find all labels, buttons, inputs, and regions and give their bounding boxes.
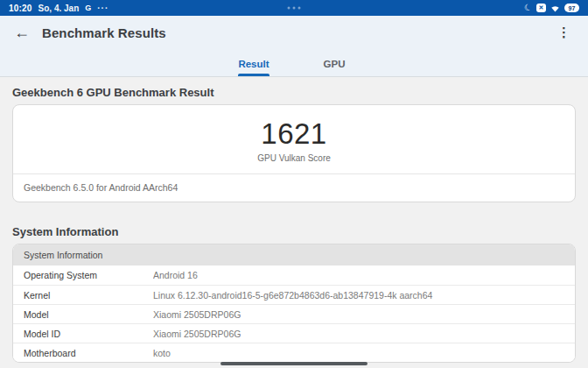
row-label: Kernel: [13, 290, 153, 301]
system-section-heading: System Information: [12, 225, 576, 238]
result-section-heading: Geekbench 6 GPU Benchmark Result: [12, 86, 576, 99]
home-indicator-bar[interactable]: [220, 362, 368, 365]
system-info-table: System Information Operating System Andr…: [12, 244, 576, 363]
app-header: ← Benchmark Results ⋮: [0, 16, 588, 49]
do-not-disturb-icon: ☾: [523, 3, 534, 13]
table-row: Kernel Linux 6.12.30-android16-5-g6e872b…: [13, 285, 575, 304]
score-card: 1621 GPU Vulkan Score Geekbench 6.5.0 fo…: [12, 104, 576, 202]
row-label: Model: [13, 309, 153, 320]
status-badge-icon: ✕: [536, 4, 546, 12]
clock: 10:20: [9, 4, 32, 13]
gpu-score-value: 1621: [13, 117, 575, 151]
wifi-icon: [550, 4, 560, 12]
date: So, 4. Jan: [38, 4, 80, 13]
score-block: 1621 GPU Vulkan Score: [13, 105, 575, 173]
benchmark-version-text: Geekbench 6.5.0 for Android AArch64: [13, 174, 575, 202]
back-arrow-icon[interactable]: ←: [14, 25, 30, 40]
tab-gpu[interactable]: GPU: [294, 49, 374, 76]
google-notification-icon: G: [85, 4, 91, 12]
more-notifications-icon: ···: [97, 4, 108, 13]
tab-bar: Result GPU: [0, 49, 588, 77]
table-row: Operating System Android 16: [13, 265, 575, 285]
gpu-score-label: GPU Vulkan Score: [13, 153, 575, 163]
camera-cutout-dots: [288, 7, 301, 10]
row-label: Motherboard: [13, 348, 153, 358]
table-row: Model Xiaomi 2505DRP06G: [13, 304, 575, 323]
tab-result-label: Result: [238, 59, 269, 74]
status-left: 10:20 So, 4. Jan G ···: [9, 4, 108, 13]
screen: 10:20 So, 4. Jan G ··· ☾ ✕ 97 ← Benchmar…: [0, 0, 588, 368]
tab-gpu-label: GPU: [324, 59, 346, 74]
row-value: Android 16: [153, 270, 575, 280]
status-bar: 10:20 So, 4. Jan G ··· ☾ ✕ 97: [0, 0, 588, 16]
row-value: Xiaomi 2505DRP06G: [153, 329, 575, 339]
row-label: Operating System: [13, 270, 153, 280]
row-value: koto: [153, 348, 575, 358]
row-value: Linux 6.12.30-android16-5-g6e872b4863d6-…: [153, 290, 575, 301]
tab-result[interactable]: Result: [214, 49, 294, 76]
overflow-menu-icon[interactable]: ⋮: [557, 25, 570, 40]
row-value: Xiaomi 2505DRP06G: [153, 309, 575, 320]
table-header: System Information: [13, 244, 575, 265]
row-label: Model ID: [13, 329, 153, 339]
tab-active-indicator: [238, 74, 270, 76]
battery-icon: 97: [564, 4, 579, 12]
page-title: Benchmark Results: [42, 25, 166, 40]
table-row: Motherboard koto: [13, 343, 575, 362]
table-row: Model ID Xiaomi 2505DRP06G: [13, 323, 575, 343]
status-right: ☾ ✕ 97: [524, 4, 579, 12]
